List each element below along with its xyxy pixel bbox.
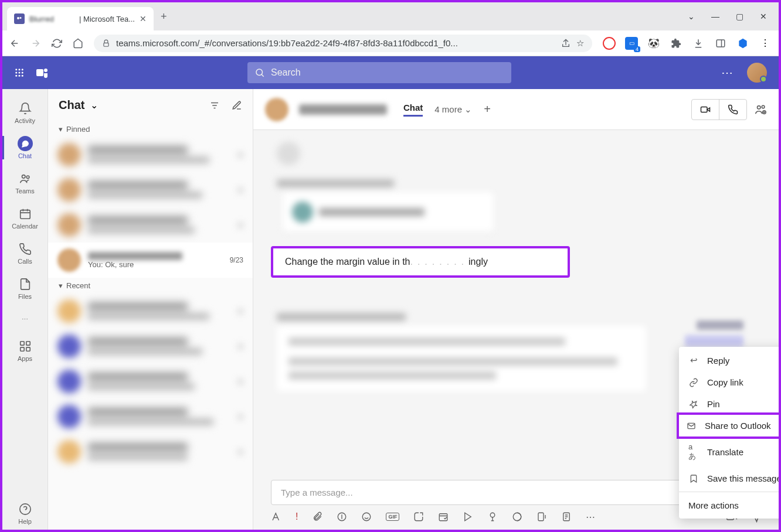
highlighted-message[interactable]: Change the margin value in th........ing… bbox=[271, 246, 570, 278]
clip-icon[interactable] bbox=[536, 511, 547, 522]
calendar-icon bbox=[18, 206, 33, 221]
chat-item[interactable]: ● bbox=[48, 434, 253, 469]
attach-icon[interactable] bbox=[312, 511, 322, 522]
new-chat-icon[interactable] bbox=[232, 100, 242, 111]
browser-menu-icon[interactable]: ⋮ bbox=[759, 37, 772, 50]
polls-icon[interactable] bbox=[561, 511, 572, 522]
viva-icon[interactable] bbox=[512, 511, 522, 522]
app-launcher-icon[interactable] bbox=[14, 67, 25, 78]
rail-activity[interactable]: Activity bbox=[2, 96, 47, 129]
browser-tab[interactable]: Blurred | Microsoft Tea... ✕ bbox=[7, 7, 154, 30]
extension-panda-icon[interactable]: 🐼 bbox=[647, 37, 660, 50]
bookmark-star-icon[interactable]: ☆ bbox=[576, 38, 584, 49]
app-rail: Activity Chat Teams Calendar Calls Files… bbox=[2, 89, 48, 530]
back-icon[interactable] bbox=[9, 38, 20, 49]
chat-item[interactable]: ● bbox=[48, 329, 253, 364]
chat-icon bbox=[18, 136, 33, 151]
ctx-share-outlook[interactable]: Share to Outlook bbox=[677, 412, 781, 439]
sticker-icon[interactable] bbox=[413, 511, 424, 522]
chat-item[interactable]: ● bbox=[48, 172, 253, 207]
chat-item-selected[interactable]: You: Ok, sure 9/23 bbox=[48, 243, 253, 278]
format-icon[interactable] bbox=[271, 511, 281, 522]
chevron-down-icon[interactable]: ⌄ bbox=[90, 100, 98, 111]
url-field[interactable]: teams.microsoft.com/_#/conversations/19:… bbox=[94, 35, 592, 52]
rail-label: Calendar bbox=[12, 223, 38, 230]
share-icon[interactable] bbox=[561, 39, 571, 48]
browser-address-bar: teams.microsoft.com/_#/conversations/19:… bbox=[2, 30, 779, 56]
teams-logo-icon[interactable] bbox=[35, 66, 49, 80]
main-layout: Activity Chat Teams Calendar Calls Files… bbox=[2, 89, 779, 530]
gif-icon[interactable]: GIF bbox=[386, 513, 399, 521]
rail-help[interactable]: Help bbox=[2, 497, 47, 530]
settings-more-icon[interactable]: ⋯ bbox=[721, 66, 733, 80]
add-people-icon[interactable] bbox=[754, 103, 767, 116]
svg-rect-24 bbox=[701, 107, 708, 112]
emoji-icon[interactable] bbox=[361, 511, 372, 522]
rail-calendar[interactable]: Calendar bbox=[2, 202, 47, 234]
svg-point-8 bbox=[19, 72, 21, 74]
audio-call-button[interactable] bbox=[719, 100, 746, 120]
priority-icon[interactable]: ! bbox=[296, 511, 298, 522]
svg-point-0 bbox=[17, 17, 19, 19]
rail-more[interactable]: ⋯ bbox=[2, 307, 47, 332]
extension-hex-icon[interactable] bbox=[736, 37, 749, 50]
window-controls: ⌄ — ▢ ✕ bbox=[688, 12, 774, 21]
maximize-icon[interactable]: ▢ bbox=[736, 12, 743, 21]
extension-tabs-icon[interactable]: ▭4 bbox=[625, 37, 638, 50]
extensions-puzzle-icon[interactable] bbox=[670, 37, 682, 50]
user-avatar[interactable] bbox=[747, 63, 767, 83]
tab-more[interactable]: 4 more ⌄ bbox=[434, 104, 472, 115]
pinned-section[interactable]: ▾ Pinned bbox=[48, 121, 253, 137]
video-call-button[interactable] bbox=[692, 100, 719, 120]
chevron-down-icon: ⌄ bbox=[464, 104, 472, 114]
chat-item[interactable]: ● bbox=[48, 399, 253, 434]
rail-label: Apps bbox=[18, 355, 32, 362]
schedule-icon[interactable] bbox=[438, 511, 449, 522]
ctx-copy-link[interactable]: Copy link bbox=[679, 371, 781, 393]
rail-apps[interactable]: Apps bbox=[2, 334, 47, 367]
approval-icon[interactable] bbox=[487, 511, 498, 522]
rail-files[interactable]: Files bbox=[2, 272, 47, 305]
tab-chat[interactable]: Chat bbox=[403, 103, 423, 117]
file-icon bbox=[18, 277, 33, 292]
chevron-down-icon[interactable]: ⌄ bbox=[688, 12, 695, 21]
close-window-icon[interactable]: ✕ bbox=[760, 12, 767, 21]
ctx-pin[interactable]: Pin bbox=[679, 393, 781, 415]
downloads-icon[interactable] bbox=[692, 37, 705, 50]
sidepanel-icon[interactable] bbox=[714, 37, 727, 50]
collapse-icon: ▾ bbox=[59, 125, 63, 134]
more-apps-icon[interactable]: ⋯ bbox=[586, 511, 595, 523]
svg-point-5 bbox=[19, 69, 21, 70]
ctx-reply[interactable]: ↩ Reply bbox=[679, 349, 781, 371]
conversation-header: Chat 4 more ⌄ + bbox=[253, 89, 779, 130]
tab-close-icon[interactable]: ✕ bbox=[140, 14, 147, 23]
phone-icon bbox=[18, 241, 33, 257]
new-tab-button[interactable]: + bbox=[161, 11, 167, 23]
chat-item[interactable]: ● bbox=[48, 294, 253, 329]
loop-icon[interactable] bbox=[337, 511, 347, 522]
chat-time: 9/23 bbox=[230, 256, 243, 264]
rail-teams[interactable]: Teams bbox=[2, 166, 47, 199]
minimize-icon[interactable]: — bbox=[711, 12, 719, 21]
ctx-translate[interactable]: aあ Translate bbox=[679, 436, 781, 468]
search-field[interactable]: Search bbox=[247, 62, 511, 83]
svg-rect-34 bbox=[538, 513, 544, 521]
reload-icon[interactable] bbox=[52, 38, 62, 49]
rail-calls[interactable]: Calls bbox=[2, 237, 47, 270]
filter-icon[interactable] bbox=[209, 100, 220, 111]
chat-avatar bbox=[57, 248, 81, 272]
ctx-label: Save this message bbox=[707, 473, 781, 483]
rail-chat[interactable]: Chat bbox=[2, 131, 47, 164]
add-tab-icon[interactable]: + bbox=[484, 103, 491, 116]
extension-adblock-icon[interactable] bbox=[603, 37, 616, 50]
ctx-save-message[interactable]: Save this message bbox=[679, 468, 781, 489]
chat-item[interactable]: ● bbox=[48, 364, 253, 399]
teams-favicon-icon bbox=[14, 13, 25, 24]
chat-item[interactable]: ● bbox=[48, 137, 253, 172]
stream-icon[interactable] bbox=[463, 511, 473, 522]
chat-list-panel: Chat ⌄ ▾ Pinned ● ● ● You: Ok, sure 9/23… bbox=[48, 89, 253, 530]
recent-section[interactable]: ▾ Recent bbox=[48, 278, 253, 294]
ctx-more-actions[interactable]: More actions › bbox=[679, 495, 781, 516]
home-icon[interactable] bbox=[73, 38, 83, 49]
chat-item[interactable]: ● bbox=[48, 207, 253, 243]
